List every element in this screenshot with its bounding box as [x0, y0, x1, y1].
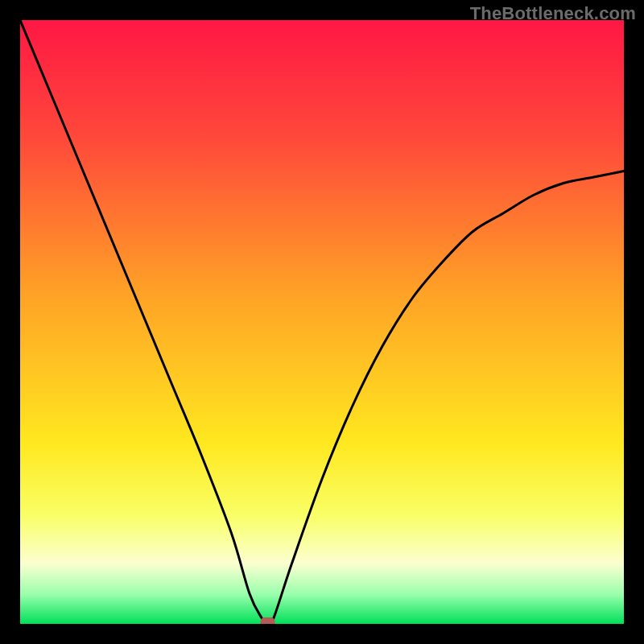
watermark-text: TheBottleneck.com	[470, 3, 636, 24]
chart-svg	[20, 20, 624, 624]
optimum-marker	[261, 617, 275, 624]
gradient-background	[20, 20, 624, 624]
